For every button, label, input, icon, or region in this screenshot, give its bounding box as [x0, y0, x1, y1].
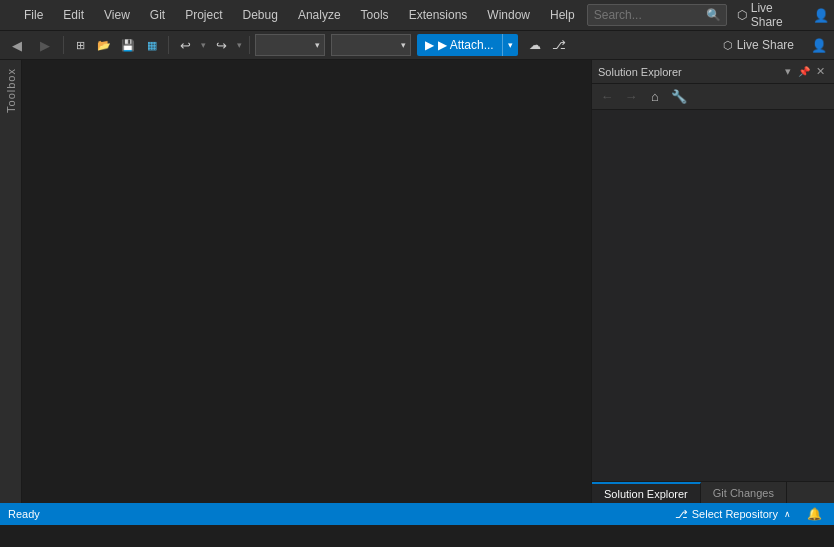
- menu-git[interactable]: Git: [142, 4, 173, 26]
- solution-explorer-panel: Solution Explorer ▾ 📌 ✕ ← → ⌂: [591, 60, 834, 503]
- feedback-button[interactable]: 👤: [810, 4, 831, 26]
- open-icon: 📂: [97, 39, 111, 52]
- attach-dropdown[interactable]: ▾: [502, 34, 518, 56]
- menu-tools[interactable]: Tools: [353, 4, 397, 26]
- live-share-toolbar-button[interactable]: ⬡ Live Share: [717, 36, 800, 54]
- back-icon: ◀: [12, 38, 22, 53]
- repository-icon: ⎇: [675, 508, 688, 521]
- status-bar: Ready ⎇ Select Repository ∧ 🔔: [0, 503, 834, 525]
- redo-dropdown[interactable]: ▾: [234, 34, 244, 56]
- save-all-icon: ▦: [147, 39, 157, 52]
- live-share-icon: ⬡: [737, 8, 747, 22]
- search-wrapper: 🔍: [587, 4, 727, 26]
- solution-explorer-close[interactable]: ✕: [812, 64, 828, 80]
- save-button[interactable]: 💾: [117, 34, 139, 56]
- menu-project[interactable]: Project: [177, 4, 230, 26]
- bell-icon: 🔔: [807, 507, 822, 521]
- redo-button[interactable]: ↪: [210, 34, 232, 56]
- live-share-toolbar-icon: ⬡: [723, 39, 733, 52]
- tab-solution-explorer[interactable]: Solution Explorer: [592, 482, 701, 503]
- toolbar-separator-2: [168, 36, 169, 54]
- redo-icon: ↪: [216, 38, 227, 53]
- config-dropdown-arrow: ▾: [315, 40, 320, 50]
- title-bar: VS File Edit View Git Project Debug Anal…: [0, 0, 834, 30]
- notifications-button[interactable]: 🔔: [803, 507, 826, 521]
- forward-navigate-button[interactable]: ▶: [32, 34, 58, 56]
- live-share-label: Live Share: [751, 1, 801, 29]
- search-icon: 🔍: [706, 8, 721, 22]
- platform-dropdown-arrow: ▾: [401, 40, 406, 50]
- menu-view[interactable]: View: [96, 4, 138, 26]
- solution-explorer-toolbar: ← → ⌂ 🔧: [592, 84, 834, 110]
- menu-extensions[interactable]: Extensions: [401, 4, 476, 26]
- save-all-button[interactable]: ▦: [141, 34, 163, 56]
- git-icon-button[interactable]: ⎇: [548, 34, 570, 56]
- editor-area[interactable]: [22, 60, 591, 503]
- solution-explorer-bottom-tabs: Solution Explorer Git Changes: [592, 481, 834, 503]
- se-home-icon: ⌂: [651, 89, 659, 104]
- solution-explorer-pin[interactable]: 📌: [796, 64, 812, 80]
- open-button[interactable]: 📂: [93, 34, 115, 56]
- attach-dropdown-arrow: ▾: [508, 40, 513, 50]
- solution-explorer-dropdown[interactable]: ▾: [780, 64, 796, 80]
- repository-chevron: ∧: [784, 509, 791, 519]
- cloud-button[interactable]: ☁: [524, 34, 546, 56]
- select-repository-label: Select Repository: [692, 508, 778, 520]
- config-dropdown[interactable]: ▾: [255, 34, 325, 56]
- back-navigate-button[interactable]: ◀: [4, 34, 30, 56]
- pin-icon: 📌: [798, 66, 810, 77]
- menu-analyze[interactable]: Analyze: [290, 4, 349, 26]
- main-area: Toolbox Solution Explorer ▾ 📌 ✕ ←: [0, 60, 834, 503]
- undo-dropdown[interactable]: ▾: [198, 34, 208, 56]
- menu-edit[interactable]: Edit: [55, 4, 92, 26]
- save-icon: 💾: [121, 39, 135, 52]
- menu-window[interactable]: Window: [479, 4, 538, 26]
- menu-file[interactable]: File: [16, 4, 51, 26]
- title-bar-right: 🔍 ⬡ Live Share 👤 – ❐ ✕: [587, 0, 834, 31]
- toolbox-label: Toolbox: [5, 68, 17, 113]
- tab-solution-explorer-label: Solution Explorer: [604, 488, 688, 500]
- solution-explorer-close-icon: ✕: [816, 65, 825, 78]
- new-project-button[interactable]: ⊞: [69, 34, 91, 56]
- toolbar-separator-3: [249, 36, 250, 54]
- status-bar-right: ⎇ Select Repository ∧ 🔔: [671, 507, 826, 521]
- live-share-toolbar-label: Live Share: [737, 38, 794, 52]
- attach-label: ▶ Attach...: [438, 38, 494, 52]
- se-home-button[interactable]: ⌂: [644, 86, 666, 108]
- forward-icon: ▶: [40, 38, 50, 53]
- toolbar-separator-1: [63, 36, 64, 54]
- se-forward-icon: →: [625, 89, 638, 104]
- se-back-icon: ←: [601, 89, 614, 104]
- se-back-button[interactable]: ←: [596, 86, 618, 108]
- feedback-icon: 👤: [813, 8, 829, 23]
- toolbox-panel[interactable]: Toolbox: [0, 60, 22, 503]
- solution-explorer-dropdown-arrow: ▾: [785, 65, 791, 78]
- new-project-icon: ⊞: [76, 39, 85, 52]
- select-repository-button[interactable]: ⎇ Select Repository ∧: [671, 508, 795, 521]
- toolbar: ◀ ▶ ⊞ 📂 💾 ▦ ↩ ▾ ↪ ▾ ▾ ▾ ▶ ▶ Attach...: [0, 30, 834, 60]
- tab-git-changes[interactable]: Git Changes: [701, 482, 787, 503]
- platform-dropdown[interactable]: ▾: [331, 34, 411, 56]
- account-toolbar-button[interactable]: 👤: [808, 34, 830, 56]
- live-share-toolbar: ⬡ Live Share 👤: [717, 34, 830, 56]
- attach-group: ▶ ▶ Attach... ▾: [417, 34, 518, 56]
- account-icon: 👤: [811, 38, 827, 53]
- menu-help[interactable]: Help: [542, 4, 583, 26]
- status-ready: Ready: [8, 508, 40, 520]
- solution-explorer-content: [592, 110, 834, 481]
- undo-button[interactable]: ↩: [174, 34, 196, 56]
- attach-button[interactable]: ▶ ▶ Attach...: [417, 34, 502, 56]
- live-share-button[interactable]: ⬡ Live Share: [731, 0, 807, 31]
- tab-git-changes-label: Git Changes: [713, 487, 774, 499]
- git-icon: ⎇: [552, 38, 566, 52]
- solution-explorer-titlebar: Solution Explorer ▾ 📌 ✕: [592, 60, 834, 84]
- play-icon: ▶: [425, 38, 434, 52]
- menu-debug[interactable]: Debug: [235, 4, 286, 26]
- undo-icon: ↩: [180, 38, 191, 53]
- se-settings-icon: 🔧: [671, 89, 687, 104]
- solution-explorer-title: Solution Explorer: [598, 66, 780, 78]
- cloud-icon: ☁: [529, 38, 541, 52]
- se-forward-button[interactable]: →: [620, 86, 642, 108]
- se-settings-button[interactable]: 🔧: [668, 86, 690, 108]
